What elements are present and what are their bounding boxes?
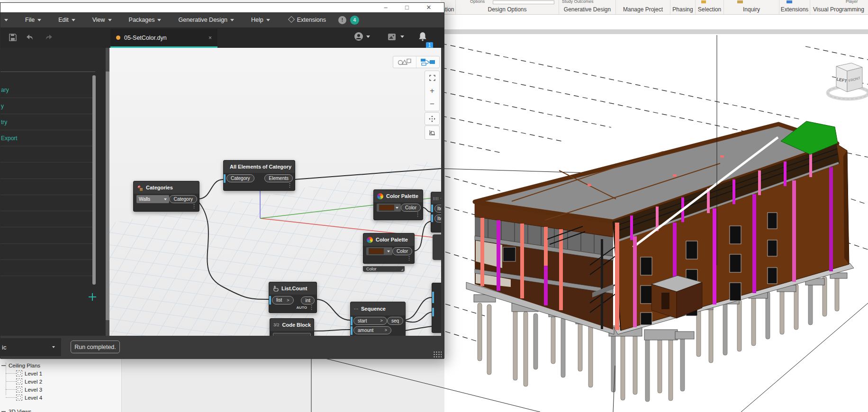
tree-item-level-1[interactable]: Level 1 xyxy=(0,369,42,377)
input-port-amount[interactable]: amount> xyxy=(353,326,391,334)
ribbon-options-field-stub[interactable] xyxy=(493,0,554,4)
pan-button[interactable] xyxy=(425,113,439,125)
zoom-out-button[interactable]: − xyxy=(425,98,439,111)
window-titlebar[interactable]: – □ ✕ xyxy=(0,3,444,12)
node-options-dots[interactable] xyxy=(374,213,423,220)
output-port-color[interactable]: Color xyxy=(401,204,421,212)
library-item[interactable] xyxy=(0,146,95,162)
node-color-palette-2[interactable]: Color Palette Color xyxy=(363,233,415,264)
sidebar-scroll-gutter[interactable] xyxy=(106,48,109,336)
color-swatch-dropdown[interactable] xyxy=(366,247,392,255)
node-canvas[interactable]: Categories Walls Category All Elements o… xyxy=(109,48,441,336)
library-item-geometry[interactable]: try xyxy=(0,114,95,130)
categories-dropdown[interactable]: Walls xyxy=(136,195,169,203)
run-button[interactable]: Run completed. xyxy=(71,340,120,353)
add-icon[interactable] xyxy=(89,293,96,301)
preview-bubble[interactable] xyxy=(433,234,441,260)
resize-grip[interactable] xyxy=(433,351,442,358)
chevron-down-icon[interactable] xyxy=(4,19,8,21)
run-mode-dropdown[interactable]: ic xyxy=(0,338,61,356)
library-item-dictionary[interactable]: ary xyxy=(0,82,95,98)
library-item-display[interactable]: y xyxy=(0,98,95,114)
graph-view-toggle[interactable] xyxy=(416,56,439,68)
library-item[interactable] xyxy=(0,260,95,276)
maximize-button[interactable]: □ xyxy=(403,4,411,11)
chevron-down-icon[interactable] xyxy=(366,36,370,38)
tree-item-level-3[interactable]: Level 3 xyxy=(0,385,42,394)
output-port-elements[interactable]: Elements xyxy=(264,174,293,182)
input-port-start[interactable]: start> xyxy=(353,317,387,325)
ribbon-icon-stub-extensions[interactable] xyxy=(787,0,792,3)
close-button[interactable]: ✕ xyxy=(425,4,433,11)
undo-icon[interactable] xyxy=(25,33,35,42)
node-all-elements-of-category[interactable]: All Elements of Category Category Elemen… xyxy=(223,160,295,191)
tree-item-level-4[interactable]: Level 4 xyxy=(0,394,42,402)
chevron-down-icon xyxy=(164,198,167,200)
redo-icon[interactable] xyxy=(44,33,54,42)
menu-view[interactable]: View xyxy=(92,17,112,23)
alert-icon[interactable]: ! xyxy=(338,16,346,24)
node-options-dots[interactable] xyxy=(134,204,199,211)
ribbon-icon-stub-selection[interactable] xyxy=(701,0,706,3)
menu-packages[interactable]: Packages xyxy=(129,17,162,23)
output-port-seq[interactable]: seq xyxy=(387,317,403,325)
fit-view-button[interactable] xyxy=(425,71,439,84)
pin-icon xyxy=(289,17,294,23)
menu-generative-design[interactable]: Generative Design xyxy=(178,17,234,23)
node-categories[interactable]: Categories Walls Category xyxy=(133,181,199,212)
unsaved-dot-icon xyxy=(116,36,120,40)
node-list-count[interactable]: List.Count list> int AUTO xyxy=(269,282,317,313)
library-item[interactable] xyxy=(0,195,95,211)
library-item[interactable] xyxy=(0,179,95,195)
output-port-category[interactable]: Category xyxy=(169,195,197,203)
menu-extensions[interactable]: Extensions xyxy=(289,17,326,23)
minimize-button[interactable]: – xyxy=(382,4,389,11)
chevron-down-icon[interactable] xyxy=(400,36,404,38)
bell-icon[interactable] xyxy=(417,31,428,42)
zoom-in-button[interactable]: + xyxy=(425,84,439,98)
menu-file[interactable]: File xyxy=(25,17,41,23)
color-swatch-dropdown[interactable] xyxy=(377,204,401,212)
ceiling-plan-icon xyxy=(16,386,22,393)
viewcube[interactable]: LEFT FRONT xyxy=(828,63,868,99)
image-export-icon[interactable] xyxy=(387,32,397,42)
output-port-int[interactable]: int xyxy=(301,296,315,305)
notifications-count-badge[interactable]: 4 xyxy=(350,16,359,25)
node-options-dots[interactable]: AUTO xyxy=(269,305,316,313)
geometry-view-toggle[interactable] xyxy=(393,56,416,68)
node-code-block[interactable]: 3/2 Code Block xyxy=(270,318,314,336)
node-sequence[interactable]: -·- Sequence start> seq amount> xyxy=(350,302,406,336)
save-icon[interactable] xyxy=(8,33,18,42)
preview-bubble-color[interactable]: Color xyxy=(363,266,405,272)
library-item-importexport[interactable]: Export xyxy=(0,130,95,146)
add-input-icon[interactable]: + xyxy=(440,195,441,201)
input-port-item0[interactable]: Item xyxy=(434,205,441,213)
user-avatar-icon[interactable] xyxy=(354,32,363,41)
output-port-color[interactable]: Color xyxy=(392,247,412,255)
menu-help[interactable]: Help xyxy=(251,17,270,23)
menu-edit[interactable]: Edit xyxy=(58,17,75,23)
tree-item-level-2[interactable]: Level 2 xyxy=(0,377,42,385)
library-item[interactable] xyxy=(0,228,95,244)
input-port-list[interactable]: list> xyxy=(272,296,294,305)
tab-close-icon[interactable]: × xyxy=(208,35,212,41)
collapse-icon[interactable] xyxy=(1,363,6,367)
node-color-palette-1[interactable]: Color Palette Color xyxy=(373,189,423,220)
input-port-category[interactable]: Category xyxy=(226,174,254,182)
collapse-icon[interactable] xyxy=(1,409,6,412)
library-item[interactable] xyxy=(0,244,95,260)
ribbon-icon-stub-inquiry[interactable] xyxy=(737,0,743,3)
node-list-create[interactable]: |||| + Item Item xyxy=(431,192,441,233)
node-options-dots[interactable] xyxy=(363,256,414,263)
tree-item-ceiling-plans[interactable]: Ceiling Plans xyxy=(0,361,40,369)
tree-item-3d-views[interactable]: 3D Views xyxy=(0,407,31,412)
input-port-item1[interactable]: Item xyxy=(434,215,441,223)
library-item[interactable] xyxy=(0,163,95,179)
orbit-button[interactable] xyxy=(425,126,439,139)
lacing-label[interactable]: AUTO xyxy=(296,305,307,310)
node-clipped-right[interactable] xyxy=(432,283,441,333)
library-scrollbar[interactable] xyxy=(92,75,96,285)
library-item[interactable] xyxy=(0,211,95,227)
node-options-dots[interactable] xyxy=(224,183,295,190)
tab-05-setcolor[interactable]: 05-SetColor.dyn × xyxy=(110,29,217,48)
